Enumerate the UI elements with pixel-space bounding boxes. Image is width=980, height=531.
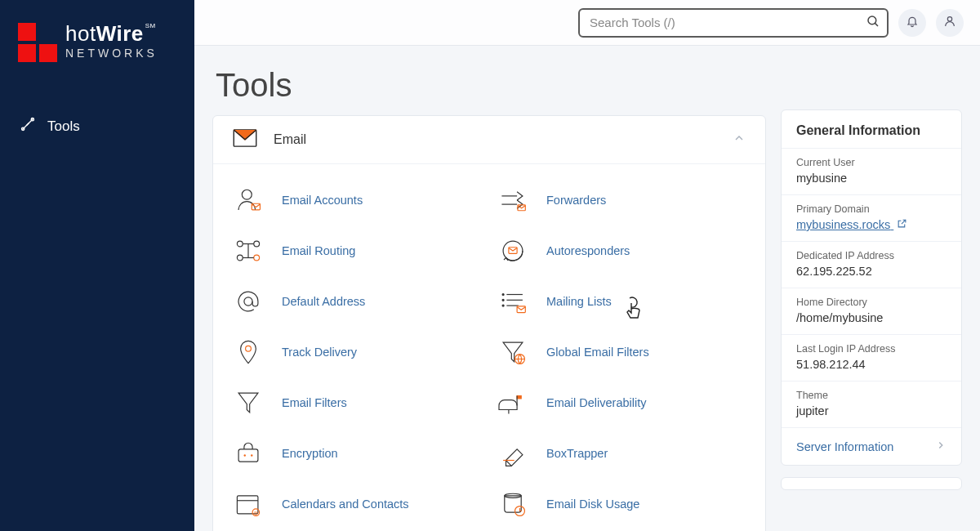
tool-global-email-filters[interactable]: Global Email Filters [497, 337, 746, 367]
svg-line-3 [875, 23, 878, 26]
svg-point-2 [868, 16, 876, 25]
tool-calendars-contacts[interactable]: @ Calendars and Contacts [233, 489, 481, 519]
eraser-icon [497, 439, 528, 468]
general-info-title: General Information [782, 110, 961, 148]
sidebar-item-tools[interactable]: Tools [0, 108, 194, 145]
gi-value: 51.98.212.44 [796, 358, 947, 371]
tool-label: Calendars and Contacts [282, 498, 409, 511]
tool-label: Email Routing [282, 244, 355, 257]
tool-label: Track Delivery [282, 346, 357, 359]
page-title: Tools [216, 67, 766, 104]
svg-point-26 [246, 346, 252, 351]
chevron-right-icon [935, 440, 947, 453]
tool-email-deliverability[interactable]: Email Deliverability [497, 388, 746, 417]
svg-point-4 [947, 16, 951, 20]
tool-track-delivery[interactable]: Track Delivery [233, 337, 481, 367]
svg-point-18 [244, 297, 252, 306]
notifications-button[interactable] [898, 9, 926, 37]
brand-subtitle: NETWORKS [65, 47, 158, 59]
tool-mailing-lists[interactable]: Mailing Lists [497, 287, 746, 316]
tool-label: Autoresponders [546, 244, 630, 257]
svg-point-13 [254, 255, 260, 261]
tool-label: Email Disk Usage [546, 498, 639, 511]
tool-email-routing[interactable]: Email Routing [233, 236, 481, 266]
svg-point-32 [244, 454, 246, 456]
tool-label: Email Accounts [282, 194, 363, 207]
server-info-label: Server Information [796, 440, 893, 453]
brand-name-light: hot [65, 21, 96, 46]
search-icon[interactable] [866, 14, 880, 32]
calendar-at-icon: @ [233, 489, 264, 519]
user-menu-button[interactable] [936, 9, 964, 37]
tool-email-filters[interactable]: Email Filters [233, 388, 481, 417]
tool-label: Mailing Lists [546, 295, 612, 308]
gi-label: Primary Domain [796, 203, 947, 215]
list-mail-icon [497, 287, 528, 316]
reply-mail-icon [497, 236, 528, 266]
gi-value: jupiter [796, 404, 947, 417]
routing-icon [233, 236, 264, 266]
tool-label: Forwarders [546, 194, 606, 207]
tool-autoresponders[interactable]: Autoresponders [497, 236, 746, 266]
funnel-globe-icon [497, 337, 528, 367]
funnel-icon [233, 388, 264, 417]
search-box [578, 8, 889, 38]
tool-label: Email Filters [282, 396, 347, 409]
main-area: Tools Email [194, 0, 980, 531]
mailbox-icon [497, 388, 528, 417]
user-icon [943, 15, 956, 31]
svg-point-6 [242, 190, 252, 199]
svg-point-9 [237, 241, 243, 247]
gi-value-text: mybusiness.rocks [796, 218, 890, 231]
gi-value: mybusine [796, 172, 947, 185]
svg-rect-28 [517, 396, 521, 399]
primary-domain-link[interactable]: mybusiness.rocks [796, 218, 907, 231]
forward-arrows-icon [497, 185, 528, 215]
server-information-link[interactable]: Server Information [782, 427, 961, 465]
at-sign-icon [233, 287, 264, 316]
gi-label: Theme [796, 390, 947, 401]
gi-dedicated-ip: Dedicated IP Address 62.195.225.52 [782, 241, 961, 288]
logo-mark-icon [18, 23, 57, 62]
email-panel-header[interactable]: Email [213, 116, 765, 164]
sidebar: hotWireSM NETWORKS Tools [0, 0, 194, 531]
tool-label: Email Deliverability [546, 396, 646, 409]
external-link-icon [897, 218, 907, 231]
brand-name-heavy: Wire [96, 21, 144, 46]
general-info-panel: General Information Current User mybusin… [781, 109, 962, 466]
svg-point-21 [502, 299, 504, 301]
cursor-tap-icon [620, 293, 644, 322]
tool-encryption[interactable]: Encryption [233, 439, 481, 468]
gi-primary-domain: Primary Domain mybusiness.rocks [782, 194, 961, 241]
topbar [194, 0, 980, 46]
svg-text:@: @ [253, 511, 258, 515]
bell-icon [906, 15, 919, 31]
brand-servicemark: SM [145, 22, 156, 29]
tool-boxtrapper[interactable]: BoxTrapper [497, 439, 746, 468]
wrench-icon [20, 116, 36, 136]
tool-email-disk-usage[interactable]: Email Disk Usage [497, 489, 746, 519]
gi-current-user: Current User mybusine [782, 148, 961, 194]
tool-email-accounts[interactable]: Email Accounts [233, 185, 481, 215]
tool-label: Global Email Filters [546, 346, 649, 359]
svg-rect-31 [238, 449, 258, 462]
svg-point-23 [502, 305, 504, 306]
svg-point-12 [237, 255, 243, 261]
location-pin-icon [233, 337, 264, 367]
tool-label: BoxTrapper [546, 447, 608, 460]
chevron-up-icon [733, 132, 746, 148]
gi-theme: Theme jupiter [782, 381, 961, 427]
gi-label: Current User [796, 157, 947, 168]
sidebar-item-label: Tools [47, 118, 80, 135]
tool-forwarders[interactable]: Forwarders [497, 185, 746, 215]
tool-label: Encryption [282, 447, 338, 460]
tool-default-address[interactable]: Default Address [233, 287, 481, 316]
gi-label: Last Login IP Address [796, 343, 947, 355]
search-input[interactable] [578, 8, 889, 38]
tool-label: Default Address [282, 295, 365, 308]
gi-value: 62.195.225.52 [796, 265, 947, 278]
gi-last-login-ip: Last Login IP Address 51.98.212.44 [782, 334, 961, 381]
svg-point-10 [254, 241, 260, 247]
tool-grid: Email Accounts Forwarders [213, 164, 765, 531]
svg-line-34 [506, 461, 512, 466]
